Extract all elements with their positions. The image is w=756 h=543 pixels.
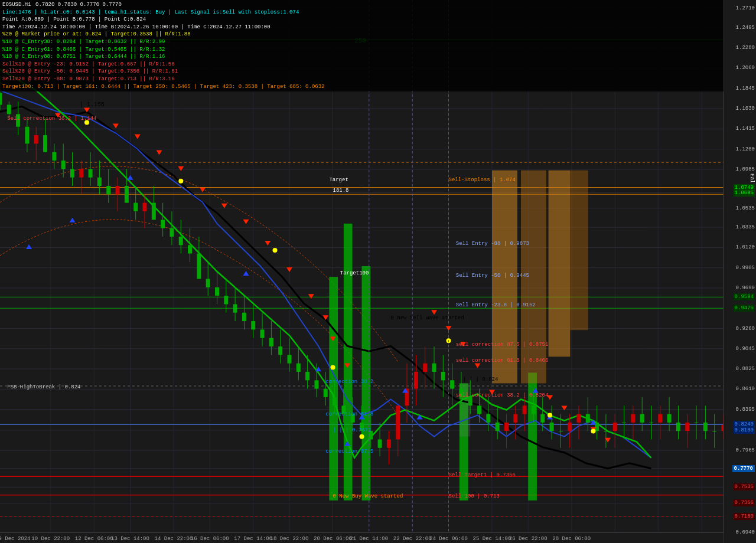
time-label: 22 Dec 22:00 [393,536,432,542]
price-label: 1.2710 [736,5,755,11]
price-label: 1.0335 [736,224,755,230]
ohlc-values: 0.7820 0.7830 0.7770 0.7770 [32,1,122,9]
price-label: 0.7356 [734,499,755,506]
price-label: 0.9690 [736,285,755,291]
time-label: 21 Dec 14:00 [350,536,388,542]
time-label: 25 Dec 14:00 [473,536,511,542]
price-label: 0.7770 [732,465,755,472]
time-label: 18 Dec 22:00 [271,536,309,542]
info-line-5: %10 @ C_Entry38: 0.8204 | Target:0.0632 … [2,38,165,46]
price-label: 0.8395 [736,407,755,413]
info-bar: EOSUSD.H1 0.7820 0.7830 0.7770 0.7770 Li… [0,0,732,91]
price-label: 1.2280 [736,45,755,51]
time-scale: 9 Dec 202410 Dec 22:0012 Dec 06:0013 Dec… [0,532,724,543]
price-label: 1.0985 [736,166,755,172]
price-label: 0.9905 [736,265,755,271]
time-label: 17 Dec 14:00 [234,536,272,542]
price-label: 0.9475 [734,305,755,312]
symbol-label: EOSUSD.H1 [2,1,31,9]
price-label: 0.8180 [734,427,755,434]
price-label: 0.7965 [736,447,755,453]
price-label: 0.9045 [736,346,755,352]
info-line-8: Sell%10 @ Entry -23: 0.9152 | Target:0.6… [2,61,175,68]
info-line-6: %10 @ C_Entry61: 0.8466 | Target:0.5465 … [2,46,165,54]
info-line-7: %10 @ C_Entry88: 0.8751 | Target:0.6444 … [2,53,165,61]
time-label: 28 Dec 06:00 [552,536,591,542]
price-label: 1.2060 [736,65,755,71]
time-label: 12 Dec 06:00 [75,536,113,542]
time-label: 26 Dec 22:00 [509,536,548,542]
time-label: 14 Dec 22:00 [155,536,193,542]
time-label: 16 Dec 06:00 [191,536,229,542]
info-line-10: Sell%20 @ Entry -88: 0.9873 | Target:0.7… [2,76,175,83]
info-line-4: %20 @ Market price or at: 0.824 | Target… [2,31,191,38]
price-label: 0.7180 [734,513,755,520]
time-label: 24 Dec 06:00 [429,536,468,542]
price-label: 0.8825 [736,366,755,372]
price-label: 1.0695 [734,189,755,197]
time-label: 13 Dec 14:00 [111,536,149,542]
price-label: 0.9594 [734,293,755,300]
price-label: 0.9260 [736,326,755,332]
info-line-1: Line:1476 | h1_atr_c0: 0.0143 | tema_h1_… [2,9,299,17]
price-label: 1.2495 [736,25,755,31]
info-line-3: Time A:2024.12.24 18:00:00 | Time B:2024… [2,24,271,31]
price-label: 1.1200 [736,146,755,152]
price-label: 0.8610 [736,386,755,392]
price-label: 0.7535 [734,483,755,490]
price-label: 1.1845 [736,86,755,91]
edge-label: Eal [749,174,755,183]
price-label: 0.6940 [736,529,755,535]
chart-container: EOSUSD.H1 0.7820 0.7830 0.7770 0.7770 Li… [0,0,756,543]
info-line-11: Target100: 0.713 | Target 161: 0.6444 ||… [2,83,325,91]
time-label: 10 Dec 22:00 [31,536,70,542]
info-line-9: Sell%20 @ Entry -50: 0.9445 | Target:0.7… [2,68,178,76]
price-scale: 1.27101.24951.22801.20601.18451.16301.14… [724,0,756,543]
price-label: 1.0120 [736,244,755,250]
time-label: 9 Dec 2024 [0,536,31,542]
time-label: 20 Dec 06:00 [314,536,352,542]
price-label: 1.1630 [736,106,755,112]
info-line-2: Point A:0.889 | Point B:0.778 | Point C:… [2,16,146,24]
price-label: 1.0535 [736,205,755,211]
price-label: 1.1415 [736,126,755,132]
